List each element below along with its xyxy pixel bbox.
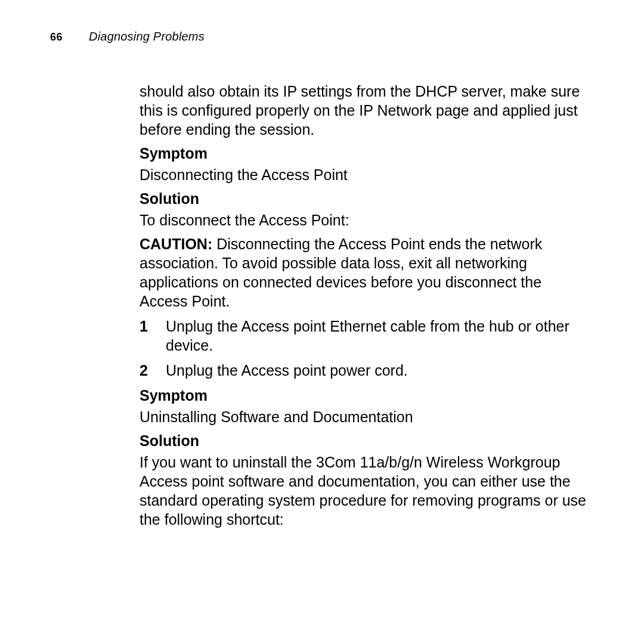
chapter-title: Diagnosing Problems [89,30,205,44]
caution-block: CAUTION: Disconnecting the Access Point … [140,234,592,311]
step-text: Unplug the Access point power cord. [166,362,408,379]
page: 66 Diagnosing Problems should also obtai… [0,0,644,644]
solution-intro-1: To disconnect the Access Point: [140,210,592,230]
running-head: 66 Diagnosing Problems [50,30,592,44]
caution-label: CAUTION: [140,236,212,252]
symptom-text-2: Uninstalling Software and Documentation [140,407,592,426]
symptom-heading-1: Symptom [140,144,592,163]
step-item: Unplug the Access point power cord. [140,361,592,380]
intro-paragraph: should also obtain its IP settings from … [140,82,592,139]
step-text: Unplug the Access point Ethernet cable f… [166,318,569,354]
solution-text-2: If you want to uninstall the 3Com 11a/b/… [140,453,592,529]
symptom-heading-2: Symptom [140,386,592,405]
solution-heading-1: Solution [140,189,592,208]
symptom-text-1: Disconnecting the Access Point [140,165,592,184]
page-number: 66 [50,31,63,44]
solution-heading-2: Solution [140,431,592,450]
steps-list: Unplug the Access point Ethernet cable f… [140,317,592,380]
content: should also obtain its IP settings from … [140,82,592,529]
step-item: Unplug the Access point Ethernet cable f… [140,317,592,355]
